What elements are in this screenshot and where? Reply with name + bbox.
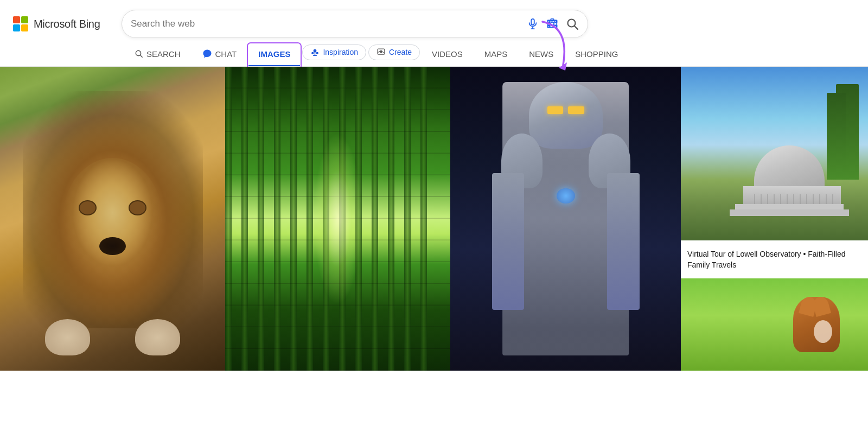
svg-rect-9 (555, 26, 557, 28)
logo-area: Microsoft Bing (13, 16, 111, 31)
search-action-icons (527, 17, 579, 30)
brand-name: Microsoft Bing (34, 18, 100, 30)
inspiration-nav-icon (310, 48, 320, 57)
svg-rect-4 (551, 19, 554, 21)
bamboo-image-card[interactable] (225, 67, 450, 371)
observatory-caption-text: Virtual Tour of Lowell Observatory • Fai… (687, 249, 861, 270)
svg-rect-8 (548, 26, 550, 28)
image-grid: Virtual Tour of Lowell Observatory • Fai… (0, 67, 868, 371)
observatory-caption-card: Virtual Tour of Lowell Observatory • Fai… (681, 240, 868, 278)
right-column: Virtual Tour of Lowell Observatory • Fai… (681, 67, 868, 371)
nav-videos-label: VIDEOS (432, 49, 463, 59)
nav-item-inspiration[interactable]: Inspiration (302, 44, 366, 60)
nav-item-create[interactable]: Create (368, 44, 420, 60)
nav-item-maps[interactable]: MAPS (475, 44, 518, 66)
microsoft-logo (13, 16, 28, 31)
svg-line-14 (141, 55, 143, 58)
svg-rect-0 (531, 19, 534, 25)
header: Microsoft Bing (0, 0, 868, 38)
lion-image-card[interactable] (0, 67, 225, 371)
nav-shopping-label: SHOPPING (575, 49, 618, 59)
search-nav-icon (135, 49, 143, 58)
nav-create-label: Create (389, 48, 412, 56)
svg-point-17 (316, 52, 318, 54)
chat-nav-icon (202, 49, 212, 59)
svg-rect-6 (548, 21, 550, 23)
search-bar[interactable] (122, 10, 588, 38)
nav-news-label: NEWS (529, 49, 553, 59)
nav-item-images[interactable]: IMAGES (248, 44, 300, 66)
dog-image-card[interactable] (681, 278, 868, 371)
search-input[interactable] (131, 18, 522, 29)
svg-rect-7 (555, 21, 557, 23)
nav-images-label: IMAGES (258, 49, 290, 59)
nav-item-chat[interactable]: CHAT (193, 43, 247, 66)
svg-rect-3 (548, 21, 557, 28)
ironman-image-card[interactable] (450, 67, 681, 371)
nav-maps-label: MAPS (484, 49, 508, 59)
microphone-icon[interactable] (527, 18, 539, 30)
svg-point-5 (551, 22, 554, 26)
search-submit-icon[interactable] (566, 17, 579, 30)
camera-icon[interactable] (546, 18, 558, 30)
svg-point-13 (136, 50, 141, 55)
nav-item-videos[interactable]: VIDEOS (422, 44, 473, 66)
nav-search-label: SEARCH (146, 49, 181, 59)
nav-inspiration-label: Inspiration (323, 48, 358, 56)
nav-item-news[interactable]: NEWS (519, 44, 563, 66)
nav-bar: SEARCH CHAT IMAGES Inspiration (0, 43, 868, 67)
nav-item-shopping[interactable]: SHOPPING (565, 44, 628, 66)
nav-item-search[interactable]: SEARCH (125, 44, 190, 66)
svg-line-11 (575, 26, 578, 29)
create-nav-icon (376, 48, 386, 57)
svg-point-16 (312, 52, 314, 54)
svg-point-15 (314, 49, 317, 52)
observatory-image-card[interactable] (681, 67, 868, 240)
nav-chat-label: CHAT (215, 49, 237, 59)
